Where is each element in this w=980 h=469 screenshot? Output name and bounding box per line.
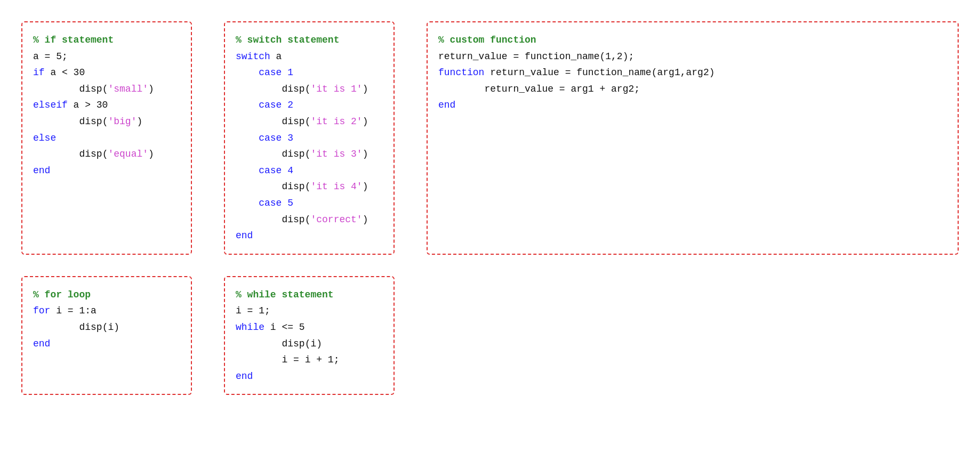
for-line1: for i = 1:a [33,303,180,319]
switch-case2: case 2 [236,97,383,114]
switch-case3-body: disp('it is 3') [236,146,383,163]
if-comment: % if statement [33,32,180,48]
main-grid: % if statement a = 5; if a < 30 disp('sm… [21,21,959,395]
if-end: end [33,163,180,179]
switch-case1-body: disp('it is 1') [236,81,383,98]
switch-case5-body: disp('correct') [236,212,383,228]
custom-function-box: % custom function return_value = functio… [427,21,959,255]
while-body2: i = i + 1; [236,352,383,368]
if-line4: elseif a > 30 [33,97,180,114]
while-body1: disp(i) [236,336,383,352]
func-end: end [438,97,947,114]
func-def: function return_value = function_name(ar… [438,64,947,81]
while-statement-box: % while statement i = 1; while i <= 5 di… [224,276,395,395]
func-comment: % custom function [438,32,947,48]
switch-case2-body: disp('it is 2') [236,114,383,130]
func-call: return_value = function_name(1,2); [438,48,947,65]
switch-case4-body: disp('it is 4') [236,179,383,195]
for-comment: % for loop [33,287,180,303]
for-end: end [33,336,180,352]
switch-case4: case 4 [236,163,383,179]
if-line3: disp('small') [33,81,180,98]
switch-case1: case 1 [236,64,383,81]
for-loop-box: % for loop for i = 1:a disp(i) end [21,276,192,395]
if-statement-box: % if statement a = 5; if a < 30 disp('sm… [21,21,192,255]
switch-case5: case 5 [236,195,383,212]
switch-end: end [236,228,383,244]
for-body: disp(i) [33,319,180,336]
switch-case3: case 3 [236,130,383,147]
if-line6: else [33,130,180,147]
while-end: end [236,368,383,385]
switch-comment: % switch statement [236,32,383,48]
while-cond: while i <= 5 [236,319,383,336]
switch-statement-box: % switch statement switch a case 1 disp(… [224,21,395,255]
if-line1: a = 5; [33,48,180,65]
func-body: return_value = arg1 + arg2; [438,81,947,98]
while-init: i = 1; [236,303,383,319]
if-line5: disp('big') [33,114,180,130]
while-comment: % while statement [236,287,383,303]
if-line7: disp('equal') [33,146,180,163]
switch-line1: switch a [236,48,383,65]
if-line2: if a < 30 [33,64,180,81]
